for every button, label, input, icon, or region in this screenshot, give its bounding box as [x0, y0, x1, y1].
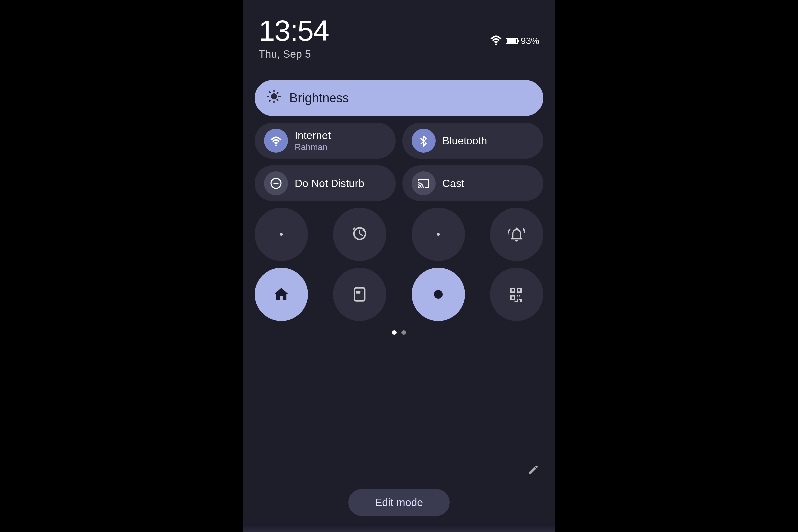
notification-icon: [508, 226, 525, 243]
clock-time: 13:54: [259, 16, 328, 45]
brightness-label: Brightness: [289, 91, 349, 106]
internet-bluetooth-row: Internet Rahman Bluetooth: [255, 123, 543, 158]
empty-icon-3: [430, 226, 447, 243]
bluetooth-tile[interactable]: Bluetooth: [402, 123, 543, 158]
edit-mode-button[interactable]: Edit mode: [348, 489, 450, 516]
bottom-edge: [243, 524, 555, 532]
icon-tile-1[interactable]: [255, 208, 308, 261]
recents-tile[interactable]: [333, 268, 386, 321]
internet-text: Internet Rahman: [294, 129, 331, 152]
empty-icon-1: [273, 226, 290, 243]
bluetooth-icon-circle: [412, 129, 436, 153]
battery-percent: 93%: [521, 36, 539, 46]
internet-label: Internet: [294, 129, 331, 141]
svg-point-0: [495, 43, 497, 44]
bluetooth-tile-icon: [418, 135, 430, 147]
alarm-tile[interactable]: [333, 208, 386, 261]
dnd-cast-row: Do Not Disturb Cast: [255, 165, 543, 201]
phone-frame: 13:54 Thu, Sep 5 93%: [243, 0, 555, 532]
bluetooth-text: Bluetooth: [442, 134, 487, 147]
edit-mode-label: Edit mode: [375, 496, 423, 508]
home-icon: [273, 286, 290, 303]
cast-text: Cast: [442, 177, 464, 190]
dot-2: [401, 330, 406, 335]
dnd-tile[interactable]: Do Not Disturb: [255, 165, 396, 201]
cast-tile[interactable]: Cast: [402, 165, 543, 201]
internet-tile[interactable]: Internet Rahman: [255, 123, 396, 158]
dnd-icon-circle: [264, 171, 288, 195]
svg-point-8: [437, 233, 440, 236]
alarm-icon: [351, 226, 368, 243]
recents-icon: [351, 286, 368, 303]
svg-rect-3: [518, 40, 519, 42]
internet-icon-circle: [264, 129, 288, 153]
date-label: Thu, Sep 5: [259, 48, 328, 60]
internet-sublabel: Rahman: [294, 142, 331, 152]
svg-rect-10: [356, 291, 360, 293]
assistant-tile[interactable]: [412, 268, 465, 321]
icon-row-nav: [255, 268, 543, 321]
wifi-tile-icon: [270, 135, 282, 147]
brightness-icon: [267, 89, 281, 107]
time-block: 13:54 Thu, Sep 5: [259, 16, 328, 60]
home-tile[interactable]: [255, 268, 308, 321]
edit-pencil-button[interactable]: [527, 464, 539, 479]
brightness-tile[interactable]: Brightness: [255, 80, 543, 116]
assistant-icon: [430, 286, 447, 303]
icon-tile-3[interactable]: [412, 208, 465, 261]
dnd-icon: [270, 177, 282, 189]
notification-tile[interactable]: [490, 208, 543, 261]
dnd-text: Do Not Disturb: [294, 177, 364, 190]
nav-dots: [255, 330, 543, 335]
battery-block: 93%: [506, 36, 539, 46]
svg-point-11: [434, 290, 442, 299]
dot-1: [392, 330, 397, 335]
pencil-icon: [527, 464, 539, 476]
icon-row-1: [255, 208, 543, 261]
quick-settings: Brightness Internet Rahman: [243, 60, 555, 532]
dnd-label: Do Not Disturb: [294, 177, 364, 190]
status-bar: 13:54 Thu, Sep 5 93%: [243, 0, 555, 60]
qr-tile[interactable]: [490, 268, 543, 321]
qr-icon: [508, 286, 525, 303]
svg-point-4: [275, 144, 277, 146]
svg-rect-2: [507, 39, 516, 43]
battery-icon: [506, 37, 519, 44]
svg-point-7: [280, 233, 283, 236]
bluetooth-label: Bluetooth: [442, 134, 487, 147]
svg-rect-9: [355, 288, 365, 301]
cast-icon-circle: [412, 171, 436, 195]
status-icons: 93%: [490, 16, 539, 47]
cast-label: Cast: [442, 177, 464, 190]
cast-icon: [418, 177, 430, 189]
wifi-icon: [490, 35, 502, 47]
